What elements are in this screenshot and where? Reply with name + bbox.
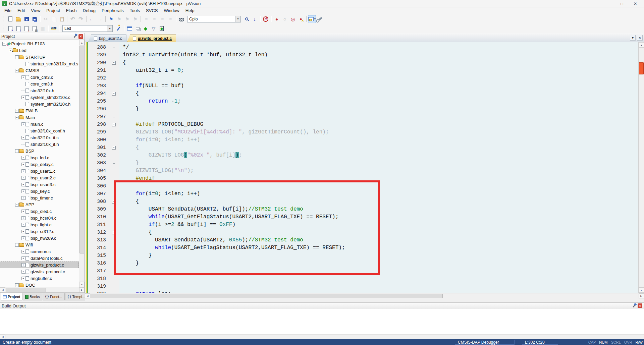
disable-all-breakpoints-button[interactable]: ◎ [289, 15, 297, 23]
tree-item-startup[interactable]: −STARTUP [0, 54, 79, 60]
dock-tab-funct[interactable]: {}Funct... [43, 293, 65, 300]
tree-item-system-stm32f10x-c[interactable]: +system_stm32f10x.c [0, 94, 79, 101]
expander-expand-icon[interactable]: + [21, 230, 25, 233]
code-line[interactable]: 301− { [85, 144, 644, 152]
scroll-up-icon[interactable]: ▲ [639, 42, 644, 48]
code-line[interactable]: 302 GIZWITS_LOG("%02x ", buf[i]); [85, 152, 644, 159]
tree-item-main[interactable]: −Main [0, 114, 79, 121]
fold-collapse-icon[interactable]: − [112, 92, 116, 96]
code-line[interactable]: 289int32_t uartWrite(uint8_t *buf, uint3… [85, 51, 644, 59]
expander-expand-icon[interactable]: + [21, 236, 25, 240]
tree-expander-icon[interactable]: + [21, 216, 25, 220]
batch-build-button[interactable] [31, 24, 39, 33]
tree-expander-icon[interactable]: + [21, 96, 25, 99]
scrollbar-thumb[interactable] [79, 46, 84, 253]
menu-debug[interactable]: Debug [80, 8, 99, 13]
download-button[interactable]: LOAD [50, 24, 58, 33]
tree-expander-icon[interactable]: + [21, 122, 25, 126]
tree-item-stm32f10x-it-c[interactable]: +stm32f10x_it.c [0, 134, 79, 141]
expander-expand-icon[interactable]: + [21, 196, 25, 200]
save-all-button[interactable] [31, 15, 39, 23]
close-button[interactable]: ✕ [629, 0, 642, 7]
tree-item-bsp-hw269-c[interactable]: +bsp_hw269.c [0, 235, 79, 241]
chevron-down-icon[interactable]: ▼ [107, 25, 112, 32]
pack-installer-button[interactable]: ◆ [158, 24, 166, 33]
tree-item-datapointtools-c[interactable]: +dataPointTools.c [0, 255, 79, 262]
build-output-hscrollbar[interactable]: ◀ [0, 335, 644, 339]
scrollbar-thumb[interactable] [91, 294, 443, 298]
tree-expander-icon[interactable]: − [15, 203, 19, 207]
tree-item-bsp-key-c[interactable]: +bsp_key.c [0, 188, 79, 194]
code-line[interactable]: 290−{ [85, 59, 644, 67]
search-combobox[interactable]: Gpio▼ [187, 16, 241, 22]
scroll-left-icon[interactable]: ◀ [85, 293, 90, 298]
tree-item-bsp-sr312-c[interactable]: +bsp_sr312.c [0, 228, 79, 235]
new-file-button[interactable] [6, 15, 14, 23]
copy-button[interactable] [50, 15, 58, 23]
tree-item-app[interactable]: −APP [0, 201, 79, 208]
find-in-files-d-button[interactable]: d [262, 15, 270, 23]
tree-item-gizwits-protocol-c[interactable]: +gizwits_protocol.c [0, 268, 79, 275]
expander-expand-icon[interactable]: + [21, 216, 25, 220]
file-extensions-button[interactable] [125, 24, 133, 33]
fold-margin[interactable]: − [108, 92, 119, 96]
menu-window[interactable]: Window [161, 8, 182, 13]
menu-view[interactable]: View [28, 8, 43, 13]
code-line[interactable]: 299 GIZWITS_LOG("MCU2WiFi[%4d:%4d]: ", g… [85, 128, 644, 136]
tree-item-bsp-oled-c[interactable]: +bsp_oled.c [0, 208, 79, 215]
expander-collapse-icon[interactable]: − [15, 69, 19, 72]
tree-expander-icon[interactable]: + [21, 277, 25, 280]
code-line[interactable]: 292 [85, 74, 644, 82]
fold-collapse-icon[interactable]: − [112, 123, 116, 126]
expander-expand-icon[interactable]: + [21, 122, 25, 126]
tree-item-project-bh-f103[interactable]: −◆Project: BH-F103 [0, 40, 79, 47]
tree-item-stm32f10x-conf-h[interactable]: stm32f10x_conf.h [0, 127, 79, 134]
expander-expand-icon[interactable]: + [21, 263, 25, 267]
scrollbar-thumb[interactable] [6, 288, 46, 292]
expander-collapse-icon[interactable]: − [15, 55, 19, 59]
code-line[interactable]: 297 [85, 113, 644, 121]
tree-item-system-stm32f10x-h[interactable]: system_stm32f10x.h [0, 101, 79, 107]
tree-expander-icon[interactable]: + [21, 250, 25, 253]
scroll-right-icon[interactable]: ▶ [639, 293, 644, 298]
editor-tab-bsp_usart2-c[interactable]: bsp_usart2.c [88, 35, 126, 42]
tree-expander-icon[interactable]: + [21, 236, 25, 240]
scroll-left-icon[interactable]: ◀ [0, 335, 5, 339]
tree-item-bsp-usart1-c[interactable]: +bsp_usart1.c [0, 168, 79, 174]
bookmark-next-button[interactable]: ⚑ [123, 15, 131, 23]
code-line[interactable]: 288*/ [85, 44, 644, 51]
code-line[interactable]: 293 if(NULL == buf) [85, 82, 644, 90]
tree-item-core-cm3-c[interactable]: +core_cm3.c [0, 74, 79, 80]
tree-expander-icon[interactable]: + [21, 136, 25, 139]
code-line[interactable]: 296 } [85, 105, 644, 113]
fold-collapse-icon[interactable]: − [112, 61, 116, 65]
tree-item-bsp-hcsr04-c[interactable]: +bsp_hcsr04.c [0, 215, 79, 221]
tree-expander-icon[interactable]: − [15, 243, 19, 247]
forward-button[interactable]: → [96, 15, 104, 23]
incremental-find-button[interactable]: ↓ [251, 15, 259, 23]
find-next-button[interactable] [243, 15, 251, 23]
expander-expand-icon[interactable]: + [21, 169, 25, 173]
tree-expander-icon[interactable]: + [21, 189, 25, 193]
close-document-icon[interactable]: ✕ [637, 35, 643, 41]
insert-breakpoint-button[interactable]: ● [273, 15, 281, 23]
fold-margin[interactable]: − [108, 123, 119, 126]
paste-button[interactable] [58, 15, 66, 23]
tree-item-bsp-led-c[interactable]: +bsp_led.c [0, 154, 79, 161]
undo-button[interactable]: ↶ [69, 15, 77, 23]
menu-svcs[interactable]: SVCS [143, 8, 161, 13]
tree-expander-icon[interactable]: − [15, 149, 19, 153]
tree-expander-icon[interactable]: + [21, 169, 25, 173]
tree-expander-icon[interactable]: + [21, 256, 25, 260]
expander-expand-icon[interactable]: + [21, 210, 25, 213]
tree-item-fwlb[interactable]: +FWLB [0, 107, 79, 114]
scroll-down-icon[interactable]: ▼ [639, 287, 644, 293]
dock-tab-books[interactable]: Books [23, 293, 42, 300]
expander-collapse-icon[interactable]: − [15, 203, 19, 207]
dock-tab-project[interactable]: Project [1, 293, 22, 300]
editor-hscrollbar[interactable]: ◀ ▶ [85, 293, 644, 298]
tree-item-led[interactable]: −Led [0, 47, 79, 54]
menu-project[interactable]: Project [43, 8, 63, 13]
tree-expander-icon[interactable]: + [21, 75, 25, 79]
tree-item-wifi[interactable]: −Wifi [0, 241, 79, 248]
